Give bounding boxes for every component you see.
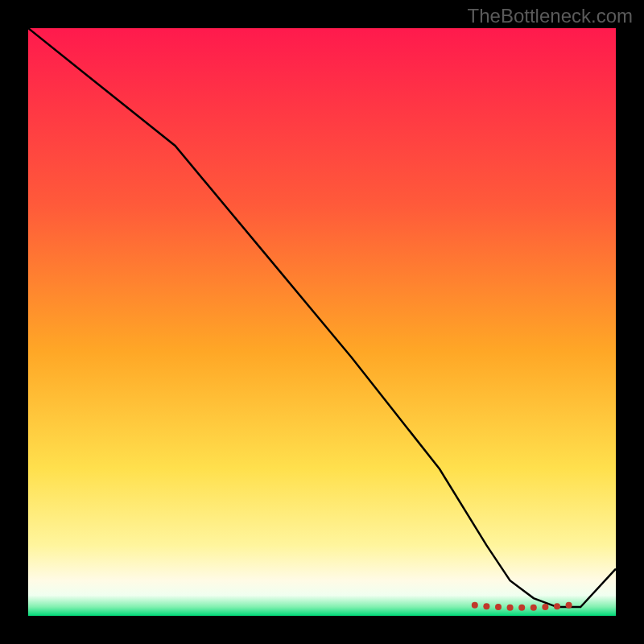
chart-marker xyxy=(483,603,489,609)
chart-marker xyxy=(507,605,514,611)
plot-area xyxy=(28,28,616,616)
chart-marker xyxy=(530,605,537,611)
chart-markers xyxy=(472,602,572,611)
chart-marker xyxy=(554,603,560,609)
chart-marker xyxy=(542,604,548,610)
chart-line-layer xyxy=(28,28,616,616)
chart-curve xyxy=(28,28,616,607)
watermark-text: TheBottleneck.com xyxy=(468,5,633,27)
chart-marker xyxy=(472,602,478,609)
chart-marker xyxy=(518,605,525,611)
chart-marker xyxy=(495,604,502,610)
chart-marker xyxy=(566,602,572,609)
